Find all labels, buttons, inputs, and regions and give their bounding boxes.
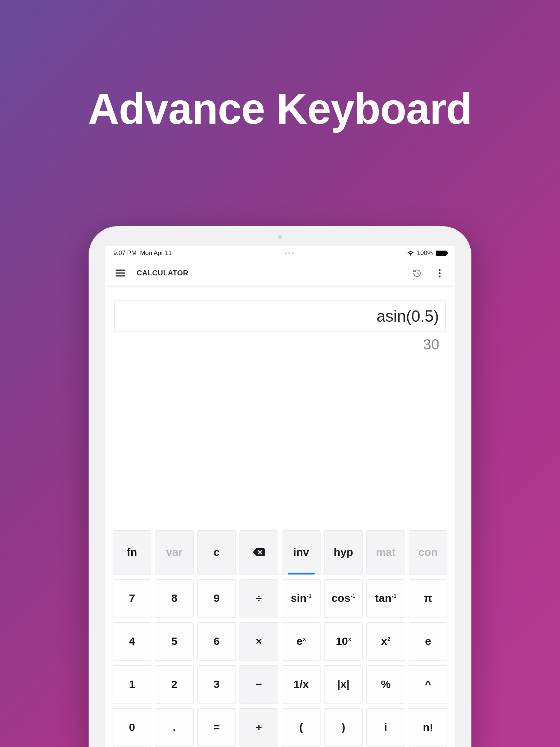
result-value: 30 [114, 332, 446, 353]
wifi-icon [407, 251, 414, 256]
keypad-row-4: 0 . = + ( ) i n! [113, 708, 447, 746]
more-icon[interactable] [433, 267, 446, 279]
calculator-display: asin(0.5) 30 [105, 286, 455, 353]
factorial-key[interactable]: n! [409, 708, 447, 746]
battery-icon [436, 251, 447, 256]
con-key[interactable]: con [409, 530, 447, 574]
decimal-key[interactable]: . [155, 708, 194, 746]
history-icon[interactable] [411, 267, 423, 279]
hyp-key[interactable]: hyp [324, 530, 363, 574]
keypad-row-3: 1 2 3 − 1/x |x| % ^ [113, 665, 447, 703]
percent-key[interactable]: % [366, 665, 405, 703]
inv-key[interactable]: inv [282, 530, 320, 574]
digit-4-key[interactable]: 4 [113, 622, 151, 660]
app-toolbar: CALCULATOR [105, 260, 455, 286]
status-time: 9:07 PM [113, 249, 136, 257]
keypad-row-2: 4 5 6 × ex 10x x2 e [113, 622, 447, 660]
e-key[interactable]: e [409, 622, 447, 660]
screen: 9:07 PM Mon Apr 11 100% [105, 246, 455, 747]
svg-rect-0 [116, 270, 125, 271]
digit-5-key[interactable]: 5 [155, 622, 194, 660]
menu-icon[interactable] [114, 267, 127, 279]
power-key[interactable]: ^ [409, 665, 447, 703]
multitask-dots-icon [285, 252, 294, 254]
digit-8-key[interactable]: 8 [155, 579, 194, 617]
close-paren-key[interactable]: ) [324, 708, 363, 746]
plus-key[interactable]: + [240, 708, 278, 746]
divide-key[interactable]: ÷ [240, 579, 278, 617]
status-date: Mon Apr 11 [140, 249, 172, 257]
function-row: fn var c inv hyp mat con [113, 530, 447, 574]
acos-key[interactable]: cos-1 [324, 579, 363, 617]
epow-key[interactable]: ex [282, 622, 320, 660]
digit-9-key[interactable]: 9 [197, 579, 236, 617]
digit-7-key[interactable]: 7 [113, 579, 151, 617]
atan-key[interactable]: tan-1 [366, 579, 405, 617]
backspace-icon [252, 547, 265, 557]
promo-headline: Advance Keyboard [0, 84, 560, 133]
digit-2-key[interactable]: 2 [155, 665, 194, 703]
open-paren-key[interactable]: ( [282, 708, 320, 746]
multiply-key[interactable]: × [240, 622, 278, 660]
tablet-frame: 9:07 PM Mon Apr 11 100% [89, 226, 471, 747]
keypad: fn var c inv hyp mat con 7 8 [105, 353, 455, 747]
abs-key[interactable]: |x| [324, 665, 363, 703]
svg-rect-2 [116, 275, 125, 276]
pi-key[interactable]: π [409, 579, 447, 617]
expression-input[interactable]: asin(0.5) [114, 301, 446, 332]
svg-point-4 [439, 272, 441, 274]
digit-3-key[interactable]: 3 [197, 665, 236, 703]
keypad-row-1: 7 8 9 ÷ sin-1 cos-1 tan-1 π [113, 579, 447, 617]
digit-0-key[interactable]: 0 [113, 708, 151, 746]
digit-1-key[interactable]: 1 [113, 665, 151, 703]
status-bar: 9:07 PM Mon Apr 11 100% [105, 246, 455, 260]
imaginary-key[interactable]: i [366, 708, 405, 746]
square-key[interactable]: x2 [366, 622, 405, 660]
digit-6-key[interactable]: 6 [197, 622, 236, 660]
backspace-key[interactable] [240, 530, 278, 574]
equals-key[interactable]: = [197, 708, 236, 746]
svg-point-5 [439, 275, 441, 277]
svg-rect-1 [116, 272, 125, 274]
svg-point-3 [439, 269, 441, 271]
mat-key[interactable]: mat [366, 530, 405, 574]
clear-key[interactable]: c [197, 530, 236, 574]
battery-percent: 100% [417, 249, 433, 257]
tenpow-key[interactable]: 10x [324, 622, 363, 660]
var-key[interactable]: var [155, 530, 194, 574]
tablet-camera [278, 235, 282, 239]
reciprocal-key[interactable]: 1/x [282, 665, 320, 703]
asin-key[interactable]: sin-1 [282, 579, 320, 617]
app-title: CALCULATOR [137, 269, 188, 277]
fn-key[interactable]: fn [113, 530, 151, 574]
minus-key[interactable]: − [240, 665, 278, 703]
